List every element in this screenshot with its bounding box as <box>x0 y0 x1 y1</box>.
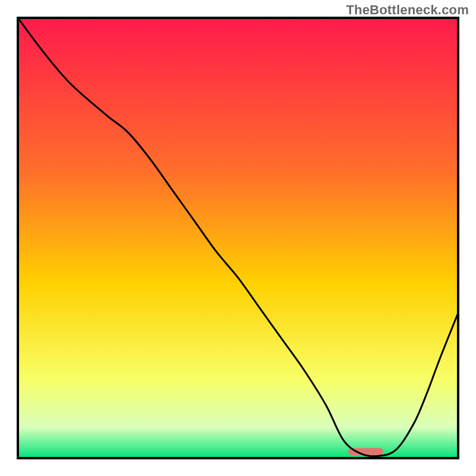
chart-container: { "watermark": "TheBottleneck.com", "cha… <box>0 0 476 476</box>
bottleneck-chart <box>0 0 476 476</box>
plot-background <box>18 18 458 458</box>
watermark-text: TheBottleneck.com <box>346 2 469 18</box>
